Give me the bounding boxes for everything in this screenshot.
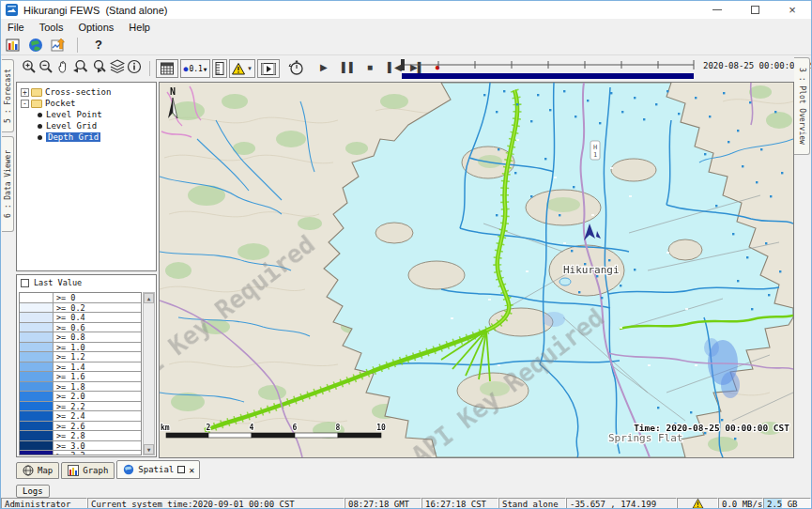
legend-color-swatch xyxy=(20,431,54,440)
play-icon[interactable]: ▶ xyxy=(320,62,328,72)
menu-tools[interactable]: Tools xyxy=(39,22,64,33)
zoom-in-icon[interactable] xyxy=(22,59,37,74)
legend-color-swatch xyxy=(20,362,54,372)
maximize-button[interactable] xyxy=(736,1,774,19)
svg-text:2: 2 xyxy=(207,424,211,432)
legend-color-swatch xyxy=(20,372,54,381)
legend-row[interactable]: >= 0.6 xyxy=(20,323,141,333)
legend-row[interactable]: >= 3.0 xyxy=(20,441,141,452)
layers-icon[interactable] xyxy=(110,59,125,74)
scroll-up-icon[interactable]: ▲ xyxy=(144,293,154,303)
tab-maximize-icon[interactable] xyxy=(177,466,185,473)
tree-label[interactable]: Level Grid xyxy=(46,121,97,131)
logs-button[interactable]: Logs xyxy=(16,485,50,498)
pan-icon[interactable] xyxy=(55,59,70,74)
zoom-previous-icon[interactable] xyxy=(72,59,89,74)
svg-text:km: km xyxy=(161,424,170,432)
pond xyxy=(559,278,571,285)
legend-row-label: >= 3.2 xyxy=(54,451,85,455)
scroll-down-icon[interactable]: ▼ xyxy=(144,444,154,455)
menu-file[interactable]: File xyxy=(8,22,24,33)
legend-row[interactable]: >= 1.4 xyxy=(20,362,141,373)
menu-help[interactable]: Help xyxy=(129,22,150,33)
map-view[interactable]: H 1 API Key Required API Key Required Hi… xyxy=(159,82,794,458)
menu-options[interactable]: Options xyxy=(78,22,114,33)
tab-graph[interactable]: Graph xyxy=(61,462,115,479)
tab-label: Spatial xyxy=(138,465,174,474)
legend-row[interactable]: >= 2.4 xyxy=(20,411,141,422)
chevron-down-icon: ▼ xyxy=(247,66,253,71)
tree-node-level-point[interactable]: Level Point xyxy=(17,109,156,120)
legend-row[interactable]: >= 0.2 xyxy=(20,303,141,314)
legend-scrollbar[interactable]: ▲ ▼ xyxy=(143,292,155,455)
legend-row[interactable]: >= 1.0 xyxy=(20,343,141,353)
svg-text:N: N xyxy=(170,86,176,97)
zoom-next-icon[interactable] xyxy=(91,59,108,74)
legend-row[interactable]: >= 2.8 xyxy=(20,431,141,441)
locality-label: Springs Flat xyxy=(608,432,682,444)
legend-row-label: >= 1.2 xyxy=(54,352,85,362)
tab-close-icon[interactable]: ✕ xyxy=(189,465,194,475)
legend-row[interactable]: >= 3.2 xyxy=(20,451,141,455)
legend-row[interactable]: >= 1.6 xyxy=(20,372,141,382)
legend-row[interactable]: >= 0.8 xyxy=(20,332,141,343)
help-button[interactable]: ? xyxy=(95,38,102,52)
legend-row[interactable]: >= 1.2 xyxy=(20,352,141,362)
folder-icon xyxy=(31,100,42,108)
pause-icon[interactable]: ▌▌ xyxy=(342,62,357,72)
last-value-checkbox[interactable] xyxy=(21,279,29,287)
warning-icon xyxy=(692,499,704,509)
tab-plot-overview[interactable]: 3 : Plot Overview xyxy=(794,57,810,155)
tree-label[interactable]: Level Point xyxy=(46,110,102,119)
status-memory: 2.5 GB xyxy=(763,498,811,509)
zoom-out-icon[interactable] xyxy=(38,59,54,74)
tab-spatial[interactable]: Spatial ✕ xyxy=(116,460,200,479)
slider-handle[interactable] xyxy=(401,59,405,70)
info-icon[interactable] xyxy=(127,59,142,74)
legend-row[interactable]: >= 0.4 xyxy=(20,313,141,323)
warning-dropdown[interactable]: ▼ xyxy=(229,59,255,78)
legend-row[interactable]: >= 2.0 xyxy=(20,392,141,402)
scale-ruler-button[interactable] xyxy=(212,59,227,78)
legend-row[interactable]: >= 2.6 xyxy=(20,422,141,432)
tree-node-level-grid[interactable]: Level Grid xyxy=(17,120,156,131)
tab-forecast[interactable]: 5 : Forecast xyxy=(2,59,14,132)
toolbar-separator xyxy=(77,38,78,53)
tree-node-pocket[interactable]: - Pocket xyxy=(17,98,156,109)
grid-button[interactable] xyxy=(156,59,178,78)
legend-row[interactable]: >= 2.2 xyxy=(20,402,141,412)
legend-row[interactable]: >= 0 xyxy=(20,293,141,303)
collapse-icon[interactable]: - xyxy=(21,100,29,108)
tree-node-depth-grid[interactable]: Depth Grid xyxy=(17,131,156,143)
database-chart-icon[interactable] xyxy=(6,38,21,53)
status-coordinates: -35.657 , 174.199 xyxy=(566,498,677,509)
map-canvas[interactable]: H 1 API Key Required API Key Required Hi… xyxy=(160,83,793,457)
app-logo-icon xyxy=(6,4,18,16)
timeseries-chart-icon[interactable] xyxy=(51,38,66,53)
tree-label-selected[interactable]: Depth Grid xyxy=(46,132,100,142)
globe-icon[interactable] xyxy=(28,38,43,53)
legend-color-swatch xyxy=(20,441,54,451)
legend-row[interactable]: >= 1.8 xyxy=(20,382,141,393)
tab-map[interactable]: Map xyxy=(16,462,59,479)
legend-color-swatch xyxy=(20,402,54,411)
bullet-icon xyxy=(38,135,42,140)
time-slider[interactable] xyxy=(400,57,696,72)
tree-node-cross-section[interactable]: + Cross-section xyxy=(17,86,156,98)
bullet-icon xyxy=(38,124,42,129)
legend-row-label: >= 2.2 xyxy=(54,402,85,411)
expand-icon[interactable]: + xyxy=(21,88,29,97)
tree-label[interactable]: Pocket xyxy=(45,99,76,108)
road-shield: H 1 xyxy=(590,141,600,160)
status-user: Administrator xyxy=(1,498,87,509)
status-gmt-time: 08:27:18 GMT xyxy=(345,498,421,509)
close-button[interactable]: × xyxy=(774,1,811,19)
globe-wire-icon xyxy=(23,465,34,476)
minimize-button[interactable] xyxy=(698,1,736,19)
stopwatch-icon[interactable] xyxy=(288,59,305,76)
animation-button[interactable] xyxy=(257,59,280,78)
stop-icon[interactable]: ■ xyxy=(367,62,373,72)
tab-data-viewer[interactable]: 6 : Data Viewer xyxy=(2,136,14,232)
tree-label[interactable]: Cross-section xyxy=(45,87,111,97)
threshold-dropdown[interactable]: ● 0.1 ▼ xyxy=(180,59,210,78)
